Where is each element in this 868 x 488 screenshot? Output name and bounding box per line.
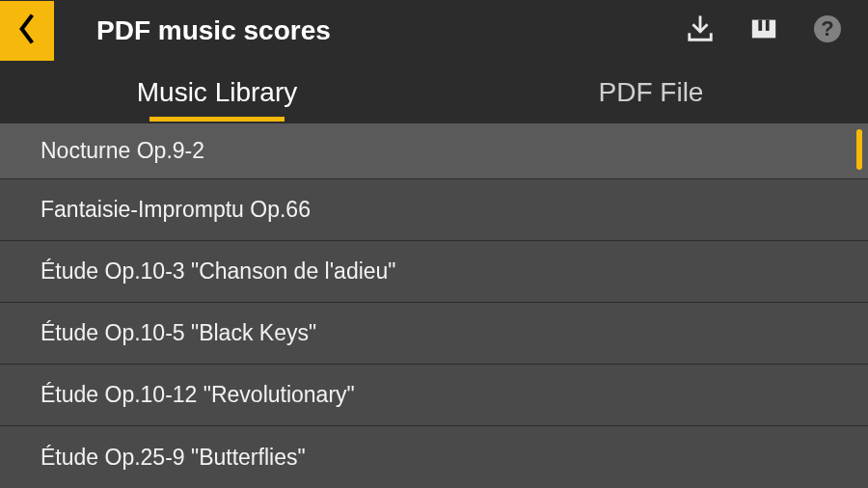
active-tab-indicator bbox=[149, 117, 285, 122]
download-button[interactable] bbox=[683, 14, 718, 48]
list-container: Nocturne Op.9-2 Fantaisie-Impromptu Op.6… bbox=[0, 123, 868, 488]
svg-rect-2 bbox=[758, 20, 762, 31]
list-item[interactable]: Nocturne Op.9-2 bbox=[0, 123, 868, 179]
svg-rect-3 bbox=[766, 20, 770, 31]
music-list: Nocturne Op.9-2 Fantaisie-Impromptu Op.6… bbox=[0, 123, 868, 488]
svg-rect-1 bbox=[752, 20, 775, 39]
list-item-title: Nocturne Op.9-2 bbox=[41, 138, 204, 164]
scrollbar-thumb[interactable] bbox=[856, 129, 862, 170]
help-button[interactable]: ? bbox=[810, 14, 845, 48]
app-header: PDF music scores bbox=[0, 0, 868, 62]
list-item-title: Étude Op.10-5 "Black Keys" bbox=[41, 320, 316, 346]
tabs: Music Library PDF File bbox=[0, 62, 868, 123]
list-item[interactable]: Étude Op.10-12 "Revolutionary" bbox=[0, 365, 868, 426]
svg-text:?: ? bbox=[821, 16, 833, 41]
tab-label: Music Library bbox=[137, 77, 297, 108]
piano-mode-button[interactable] bbox=[746, 14, 781, 48]
list-item[interactable]: Étude Op.10-5 "Black Keys" bbox=[0, 303, 868, 365]
tab-music-library[interactable]: Music Library bbox=[0, 62, 434, 123]
piano-keys-icon bbox=[749, 14, 778, 47]
tab-label: PDF File bbox=[599, 77, 704, 108]
list-item[interactable]: Étude Op.25-9 "Butterflies" bbox=[0, 426, 868, 488]
chevron-left-icon bbox=[16, 12, 38, 50]
list-item[interactable]: Fantaisie-Impromptu Op.66 bbox=[0, 179, 868, 241]
header-actions: ? bbox=[683, 14, 868, 48]
page-title: PDF music scores bbox=[96, 15, 331, 46]
list-item-title: Étude Op.25-9 "Butterflies" bbox=[41, 445, 306, 471]
help-icon: ? bbox=[812, 14, 843, 48]
back-button[interactable] bbox=[0, 1, 54, 61]
list-item[interactable]: Étude Op.10-3 "Chanson de l'adieu" bbox=[0, 241, 868, 303]
download-icon bbox=[686, 14, 715, 47]
list-item-title: Étude Op.10-12 "Revolutionary" bbox=[41, 382, 355, 408]
list-item-title: Étude Op.10-3 "Chanson de l'adieu" bbox=[41, 258, 396, 285]
list-item-title: Fantaisie-Impromptu Op.66 bbox=[41, 197, 311, 223]
tab-pdf-file[interactable]: PDF File bbox=[434, 62, 868, 123]
